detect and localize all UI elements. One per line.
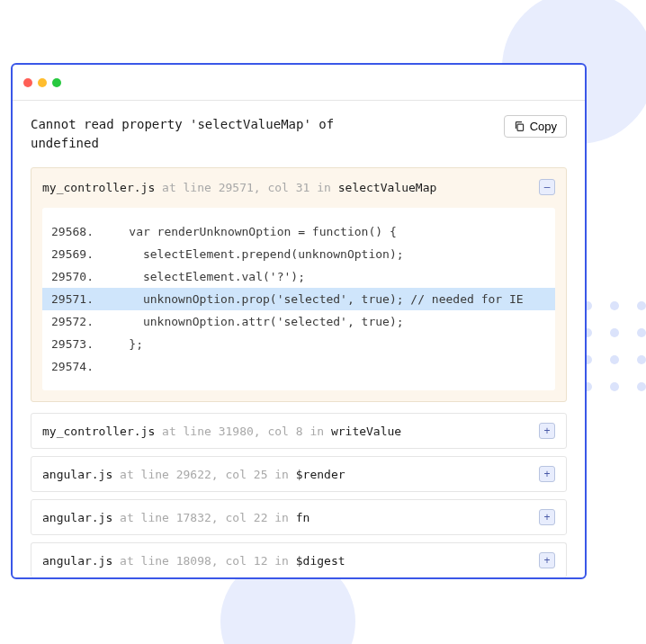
line-text: };: [101, 337, 143, 351]
code-line: 29568. var renderUnknownOption = functio…: [42, 220, 555, 243]
stack-frame-collapsed: angular.js at line 18098, col 12 in $dig…: [31, 542, 567, 577]
frame-file: my_controller.js: [42, 181, 155, 194]
frame-function: selectValueMap: [338, 181, 437, 194]
line-number: 29569.: [51, 247, 101, 261]
expand-button[interactable]: +: [539, 552, 555, 568]
frame-location: at line 29622, col 25 in: [112, 468, 296, 481]
stack-frame-collapsed: angular.js at line 17832, col 22 in fn+: [31, 499, 567, 535]
line-number: 29570.: [51, 270, 101, 283]
line-number: 29572.: [51, 315, 101, 328]
line-number: 29571.: [51, 292, 101, 306]
line-number: 29568.: [51, 225, 101, 238]
minimize-icon[interactable]: [38, 78, 47, 87]
error-message: Cannot read property 'selectValueMap' of…: [31, 115, 372, 153]
line-text: selectElement.val('?');: [101, 270, 305, 283]
app-window: Cannot read property 'selectValueMap' of…: [11, 63, 587, 579]
window-titlebar: [13, 65, 585, 101]
line-number: 29573.: [51, 337, 101, 351]
expand-button[interactable]: +: [539, 423, 555, 439]
stack-frames: my_controller.js at line 29571, col 31 i…: [31, 167, 567, 577]
frame-file: angular.js: [42, 468, 112, 481]
stack-frame-collapsed: my_controller.js at line 31980, col 8 in…: [31, 413, 567, 449]
code-line: 29572. unknownOption.attr('selected', tr…: [42, 310, 555, 333]
frame-location: at line 29571, col 31 in: [155, 181, 338, 194]
code-block: 29568. var renderUnknownOption = functio…: [42, 208, 555, 390]
line-text: var renderUnknownOption = function() {: [101, 225, 397, 238]
frame-file: angular.js: [42, 511, 112, 524]
frame-file: angular.js: [42, 554, 112, 568]
frame-function: writeValue: [331, 425, 401, 438]
code-line-highlighted: 29571. unknownOption.prop('selected', tr…: [42, 288, 555, 310]
frame-header: my_controller.js at line 29571, col 31 i…: [42, 179, 555, 195]
collapse-button[interactable]: –: [539, 179, 555, 195]
copy-button-label: Copy: [530, 120, 557, 133]
copy-button[interactable]: Copy: [504, 115, 567, 138]
stack-frame-collapsed: angular.js at line 29622, col 25 in $ren…: [31, 456, 567, 492]
frame-function: fn: [296, 511, 310, 524]
stack-frame-expanded: my_controller.js at line 29571, col 31 i…: [31, 167, 567, 402]
close-icon[interactable]: [23, 78, 32, 87]
line-text: unknownOption.prop('selected', true); //…: [101, 292, 524, 306]
line-text: unknownOption.attr('selected', true);: [101, 315, 404, 328]
frame-location: at line 31980, col 8 in: [155, 425, 331, 438]
decorative-dots: [583, 301, 646, 409]
code-line: 29569. selectElement.prepend(unknownOpti…: [42, 243, 555, 265]
code-line: 29570. selectElement.val('?');: [42, 265, 555, 288]
window-content: Cannot read property 'selectValueMap' of…: [13, 101, 585, 577]
svg-rect-0: [517, 124, 524, 130]
frame-function: $render: [296, 468, 345, 481]
frame-file: my_controller.js: [42, 425, 155, 438]
maximize-icon[interactable]: [52, 78, 61, 87]
code-line: 29573. };: [42, 333, 555, 355]
frame-location: at line 17832, col 22 in: [112, 511, 296, 524]
frame-function: $digest: [296, 554, 345, 568]
copy-icon: [514, 121, 525, 132]
expand-button[interactable]: +: [539, 509, 555, 525]
code-line: 29574.: [42, 355, 555, 378]
expand-button[interactable]: +: [539, 466, 555, 482]
line-text: selectElement.prepend(unknownOption);: [101, 247, 404, 261]
line-number: 29574.: [51, 360, 101, 373]
frame-location: at line 18098, col 12 in: [112, 554, 296, 568]
error-header: Cannot read property 'selectValueMap' of…: [31, 115, 567, 153]
